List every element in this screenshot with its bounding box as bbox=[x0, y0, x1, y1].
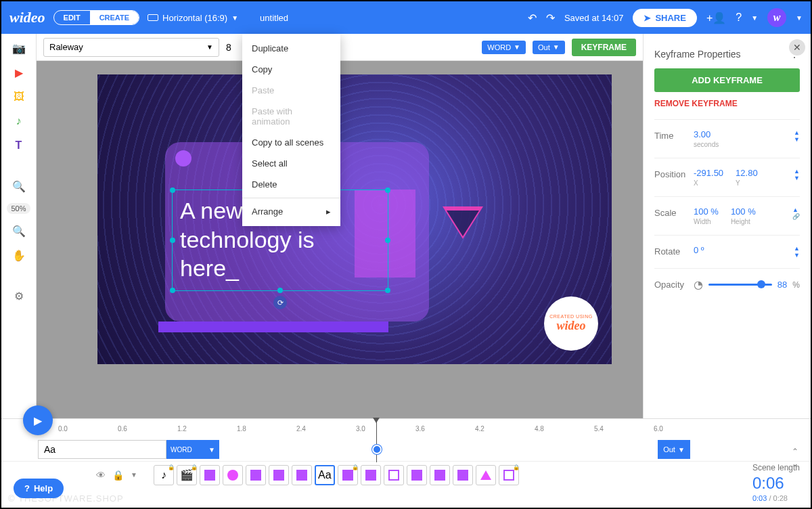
project-title[interactable]: untitled bbox=[260, 13, 288, 23]
edit-mode-button[interactable]: EDIT bbox=[54, 11, 90, 24]
ctx-copy[interactable]: Copy bbox=[242, 59, 340, 80]
scale-height-unit: Height bbox=[731, 218, 756, 225]
create-mode-button[interactable]: CREATE bbox=[90, 11, 139, 24]
track-keyframe-marker[interactable] bbox=[372, 445, 382, 454]
resize-handle[interactable] bbox=[385, 238, 390, 243]
ctx-select-all[interactable]: Select all bbox=[242, 153, 340, 174]
position-y-value[interactable]: 12.80 bbox=[736, 168, 758, 178]
orientation-dropdown[interactable]: Horizontal (16:9) ▼ bbox=[148, 13, 238, 23]
layer-chip[interactable] bbox=[430, 465, 450, 485]
camera-icon[interactable]: 📷 bbox=[12, 41, 26, 56]
remove-keyframe-button[interactable]: REMOVE KEYFRAME bbox=[654, 99, 800, 108]
out-animation-button[interactable]: Out▼ bbox=[533, 41, 565, 54]
play-button[interactable]: ▶ bbox=[23, 405, 53, 435]
chevron-down-icon[interactable]: ▼ bbox=[751, 14, 758, 22]
rotate-value[interactable]: 0 º bbox=[694, 245, 704, 255]
ctx-paste-animation: Paste with animation bbox=[242, 101, 340, 132]
layer-chip[interactable]: 🔒 bbox=[338, 465, 358, 485]
resize-handle[interactable] bbox=[170, 288, 175, 293]
video-icon[interactable]: ▶ bbox=[12, 65, 26, 80]
scene-length-value[interactable]: 0:06 bbox=[752, 474, 800, 493]
link-icon[interactable]: ▲🔗 bbox=[792, 206, 800, 220]
layer-chip-text[interactable]: Aa bbox=[315, 465, 335, 485]
time-value[interactable]: 3.00 bbox=[694, 129, 719, 139]
chevron-down-icon: ▼ bbox=[206, 43, 213, 51]
track-label[interactable]: Aa bbox=[38, 440, 166, 459]
ctx-copy-all-scenes[interactable]: Copy to all scenes bbox=[242, 132, 340, 153]
scale-width-value[interactable]: 100 % bbox=[694, 206, 719, 217]
layer-chip[interactable] bbox=[407, 465, 427, 485]
track-word-clip[interactable]: WORD▼ bbox=[166, 440, 219, 459]
settings-icon[interactable]: ⚙ bbox=[12, 288, 26, 303]
left-toolbar: 📷 ▶ 🖼 ♪ T 🔍 50% 🔍 ✋ ⚙ bbox=[1, 34, 37, 418]
resize-handle[interactable] bbox=[385, 187, 390, 193]
text-icon[interactable]: T bbox=[12, 138, 26, 153]
close-icon[interactable]: ✕ bbox=[789, 39, 805, 56]
rotate-icon[interactable]: ⟳ bbox=[273, 296, 287, 309]
timeline-ruler[interactable]: 0.0 0.6 1.2 1.8 2.4 3.0 3.6 4.2 4.8 5.4 … bbox=[1, 419, 811, 438]
stepper-icon[interactable]: ▲▼ bbox=[794, 168, 800, 181]
share-label: SHARE bbox=[655, 13, 686, 23]
shape-triangle[interactable] bbox=[443, 206, 483, 239]
layer-chip[interactable] bbox=[292, 465, 312, 485]
layer-chip[interactable] bbox=[200, 465, 220, 485]
font-dropdown[interactable]: Raleway ▼ bbox=[43, 38, 219, 57]
resize-handle[interactable] bbox=[277, 288, 283, 293]
chevron-down-icon[interactable]: ▼ bbox=[131, 471, 137, 479]
opacity-value[interactable]: 88 bbox=[777, 280, 787, 290]
layer-chip-video[interactable]: 🎬🔒 bbox=[177, 465, 197, 485]
help-button[interactable]: ? Help bbox=[14, 479, 64, 498]
add-keyframe-button[interactable]: ADD KEYFRAME bbox=[654, 68, 800, 92]
layer-chip[interactable] bbox=[223, 465, 243, 485]
stepper-icon[interactable]: ▲▼ bbox=[794, 245, 800, 259]
canvas[interactable]: A new technology is here_ ⟳ CREATED USIN… bbox=[97, 74, 612, 364]
time-unit: seconds bbox=[694, 141, 719, 148]
current-time: 0:03 bbox=[752, 494, 767, 502]
visibility-icon[interactable]: 👁 bbox=[96, 470, 106, 481]
image-icon[interactable]: 🖼 bbox=[12, 89, 26, 104]
undo-icon[interactable]: ↶ bbox=[528, 12, 537, 24]
ctx-arrange[interactable]: Arrange ▸ bbox=[242, 201, 340, 222]
scale-height-value[interactable]: 100 % bbox=[731, 206, 756, 217]
layer-chip[interactable] bbox=[269, 465, 289, 485]
timeline-track[interactable]: Aa WORD▼ Out▼ bbox=[1, 438, 811, 461]
keyframe-button[interactable]: KEYFRAME bbox=[572, 39, 636, 56]
zoom-in-icon[interactable]: 🔍 bbox=[12, 179, 26, 194]
word-animation-button[interactable]: WORD▼ bbox=[482, 41, 526, 54]
prop-label: Position bbox=[654, 168, 694, 179]
resize-handle[interactable] bbox=[170, 238, 175, 243]
layer-chip[interactable] bbox=[453, 465, 473, 485]
badge-logo: wideo bbox=[557, 319, 586, 333]
ctx-duplicate[interactable]: Duplicate bbox=[242, 38, 340, 59]
resize-handle[interactable] bbox=[170, 187, 175, 193]
resize-handle[interactable] bbox=[385, 288, 390, 293]
shape-circle[interactable] bbox=[175, 150, 191, 167]
prop-time: Time 3.00 seconds ▲▼ bbox=[654, 119, 800, 158]
position-x-value[interactable]: -291.50 bbox=[694, 168, 723, 178]
ctx-arrange-label: Arrange bbox=[252, 206, 283, 217]
edit-create-toggle[interactable]: EDIT CREATE bbox=[53, 10, 139, 25]
zoom-out-icon[interactable]: 🔍 bbox=[12, 223, 26, 238]
share-button[interactable]: ➤ SHARE bbox=[633, 9, 697, 27]
layer-chip-music[interactable]: ♪🔒 bbox=[154, 465, 174, 485]
music-icon[interactable]: ♪ bbox=[12, 114, 26, 129]
track-out-clip[interactable]: Out▼ bbox=[658, 440, 690, 459]
pan-icon[interactable]: ✋ bbox=[12, 248, 26, 263]
lock-icon[interactable]: 🔒 bbox=[112, 470, 124, 481]
shape-bar[interactable] bbox=[158, 322, 388, 332]
help-icon[interactable]: ? bbox=[736, 12, 742, 24]
ctx-delete[interactable]: Delete bbox=[242, 174, 340, 195]
zoom-level[interactable]: 50% bbox=[7, 203, 30, 214]
add-user-icon[interactable]: +👤 bbox=[706, 12, 726, 24]
redo-icon[interactable]: ↷ bbox=[546, 12, 555, 24]
user-avatar[interactable]: w bbox=[767, 8, 786, 27]
layer-chip[interactable] bbox=[246, 465, 266, 485]
opacity-slider[interactable] bbox=[708, 284, 772, 286]
chevron-down-icon[interactable]: ▼ bbox=[796, 14, 803, 22]
layer-chip[interactable] bbox=[384, 465, 404, 485]
layer-chip[interactable] bbox=[476, 465, 496, 485]
layer-chip[interactable] bbox=[361, 465, 381, 485]
stepper-icon[interactable]: ▲▼ bbox=[794, 129, 800, 143]
layer-chip[interactable]: 🔒 bbox=[499, 465, 519, 485]
slider-thumb[interactable] bbox=[757, 280, 765, 288]
